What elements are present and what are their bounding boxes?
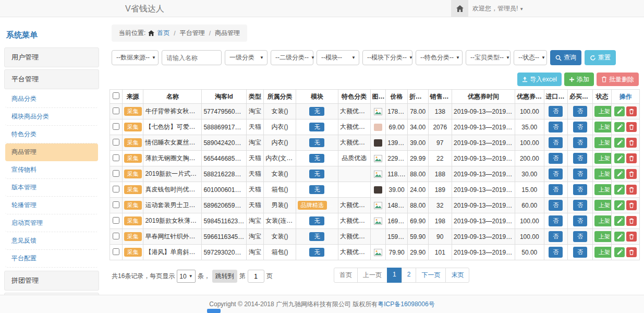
status-toggle[interactable]: 上架 bbox=[594, 168, 612, 179]
edit-button[interactable] bbox=[614, 122, 625, 132]
import-select-toggle[interactable]: 否 bbox=[549, 153, 563, 164]
import-excel-button[interactable]: 导入excel bbox=[517, 73, 562, 86]
jump-button[interactable]: 跳转到 bbox=[212, 270, 237, 283]
pager-2[interactable]: 2 bbox=[402, 268, 417, 283]
pager-上一页[interactable]: 上一页 bbox=[357, 268, 387, 283]
status-toggle[interactable]: 上架 bbox=[594, 184, 612, 195]
sidebar-section-拼团管理[interactable]: 拼团管理 bbox=[4, 271, 99, 291]
delete-button[interactable] bbox=[626, 122, 637, 132]
status-toggle[interactable]: 上架 bbox=[594, 153, 612, 164]
must-buy-toggle[interactable]: 否 bbox=[573, 168, 587, 179]
sidebar-item-版本管理[interactable]: 版本管理 bbox=[5, 179, 98, 197]
status-toggle[interactable]: 上架 bbox=[594, 200, 612, 211]
batch-delete-button[interactable]: 批量删除 bbox=[597, 73, 639, 86]
name-input[interactable] bbox=[162, 50, 222, 65]
import-select-toggle[interactable]: 否 bbox=[549, 137, 563, 148]
row-checkbox[interactable] bbox=[113, 217, 119, 224]
status-toggle[interactable]: 上架 bbox=[594, 122, 612, 133]
select-all-checkbox[interactable] bbox=[113, 92, 119, 99]
import-select-toggle[interactable]: 否 bbox=[549, 231, 563, 242]
module-select[interactable]: --模块--▼ bbox=[317, 50, 359, 65]
row-checkbox[interactable] bbox=[113, 233, 119, 239]
row-checkbox[interactable] bbox=[113, 186, 119, 192]
row-checkbox[interactable] bbox=[113, 170, 119, 177]
item-type-select[interactable]: --宝贝类型--▼ bbox=[466, 50, 511, 65]
row-checkbox[interactable] bbox=[113, 201, 119, 208]
page-number-input[interactable] bbox=[248, 270, 264, 283]
import-select-toggle[interactable]: 否 bbox=[549, 184, 563, 195]
must-buy-toggle[interactable]: 否 bbox=[573, 153, 587, 164]
status-select[interactable]: --状态--▼ bbox=[514, 50, 547, 65]
sidebar-item-特色分类[interactable]: 特色分类 bbox=[5, 126, 98, 143]
sidebar-item-启动页管理[interactable]: 启动页管理 bbox=[5, 214, 98, 232]
feature-category-select[interactable]: --特色分类--▼ bbox=[416, 50, 463, 65]
sidebar-item-轮播管理[interactable]: 轮播管理 bbox=[5, 197, 98, 214]
status-toggle[interactable]: 上架 bbox=[594, 247, 612, 258]
delete-button[interactable] bbox=[626, 185, 637, 195]
import-select-toggle[interactable]: 否 bbox=[549, 122, 563, 133]
reset-button[interactable]: 重置 bbox=[585, 50, 616, 65]
edit-button[interactable] bbox=[614, 169, 625, 179]
module-subcategory-select[interactable]: --模块下分类--▼ bbox=[362, 50, 412, 65]
must-buy-toggle[interactable]: 否 bbox=[573, 200, 587, 211]
row-checkbox[interactable] bbox=[113, 139, 119, 146]
delete-button[interactable] bbox=[626, 153, 637, 163]
edit-button[interactable] bbox=[614, 200, 625, 210]
import-select-toggle[interactable]: 否 bbox=[549, 247, 563, 258]
delete-button[interactable] bbox=[626, 200, 637, 210]
row-checkbox[interactable] bbox=[113, 154, 119, 161]
pager-下一页[interactable]: 下一页 bbox=[416, 268, 446, 283]
delete-button[interactable] bbox=[626, 216, 637, 226]
user-menu[interactable]: 欢迎您，管理员!▼ bbox=[472, 0, 524, 18]
pager-末页[interactable]: 末页 bbox=[445, 268, 469, 283]
delete-button[interactable] bbox=[626, 106, 637, 116]
sidebar-item-商品管理[interactable]: 商品管理 bbox=[5, 143, 98, 161]
sidebar-item-意见反馈[interactable]: 意见反馈 bbox=[5, 232, 98, 250]
edit-button[interactable] bbox=[614, 232, 625, 242]
import-select-toggle[interactable]: 否 bbox=[549, 215, 563, 226]
level2-category-select[interactable]: --二级分类--▼ bbox=[271, 50, 313, 65]
import-select-toggle[interactable]: 否 bbox=[549, 168, 563, 179]
must-buy-toggle[interactable]: 否 bbox=[573, 137, 587, 148]
delete-button[interactable] bbox=[626, 138, 637, 148]
sidebar-section-平台管理[interactable]: 平台管理 bbox=[4, 69, 99, 89]
delete-button[interactable] bbox=[626, 169, 637, 179]
status-toggle[interactable]: 上架 bbox=[594, 137, 612, 148]
delete-button[interactable] bbox=[626, 232, 637, 242]
query-button[interactable]: 查询 bbox=[550, 50, 581, 65]
edit-button[interactable] bbox=[614, 247, 625, 257]
delete-button[interactable] bbox=[626, 247, 637, 257]
breadcrumb-home-link[interactable]: 首页 bbox=[157, 29, 169, 38]
must-buy-toggle[interactable]: 否 bbox=[573, 247, 587, 258]
must-buy-toggle[interactable]: 否 bbox=[573, 122, 587, 133]
edit-button[interactable] bbox=[614, 185, 625, 195]
sidebar-item-宣传物料[interactable]: 宣传物料 bbox=[5, 161, 98, 179]
row-checkbox[interactable] bbox=[113, 248, 119, 255]
edit-button[interactable] bbox=[614, 106, 625, 116]
must-buy-toggle[interactable]: 否 bbox=[573, 231, 587, 242]
home-button[interactable] bbox=[451, 0, 468, 17]
pager-首页[interactable]: 首页 bbox=[334, 268, 358, 283]
per-page-select[interactable]: 10 ▼ bbox=[177, 270, 195, 283]
must-buy-toggle[interactable]: 否 bbox=[573, 215, 587, 226]
must-buy-toggle[interactable]: 否 bbox=[573, 106, 587, 117]
import-select-toggle[interactable]: 否 bbox=[549, 200, 563, 211]
status-toggle[interactable]: 上架 bbox=[594, 106, 612, 117]
icp-link[interactable]: 粤ICP备16098006号 bbox=[378, 300, 434, 309]
status-toggle[interactable]: 上架 bbox=[594, 231, 612, 242]
level1-category-select[interactable]: 一级分类▼ bbox=[225, 50, 268, 65]
edit-button[interactable] bbox=[614, 153, 625, 163]
sidebar-section-用户管理[interactable]: 用户管理 bbox=[4, 47, 99, 67]
edit-button[interactable] bbox=[614, 138, 625, 148]
sidebar-item-商品分类[interactable]: 商品分类 bbox=[5, 90, 98, 108]
must-buy-toggle[interactable]: 否 bbox=[573, 184, 587, 195]
row-checkbox[interactable] bbox=[113, 107, 119, 114]
sidebar-item-模块商品分类[interactable]: 模块商品分类 bbox=[5, 108, 98, 126]
import-select-toggle[interactable]: 否 bbox=[549, 106, 563, 117]
sidebar-item-平台配置[interactable]: 平台配置 bbox=[5, 250, 98, 268]
add-button[interactable]: 添加 bbox=[564, 73, 594, 86]
data-source-select[interactable]: --数据来源--▼ bbox=[112, 50, 159, 65]
row-checkbox[interactable] bbox=[113, 123, 119, 130]
status-toggle[interactable]: 上架 bbox=[594, 215, 612, 226]
edit-button[interactable] bbox=[614, 216, 625, 226]
